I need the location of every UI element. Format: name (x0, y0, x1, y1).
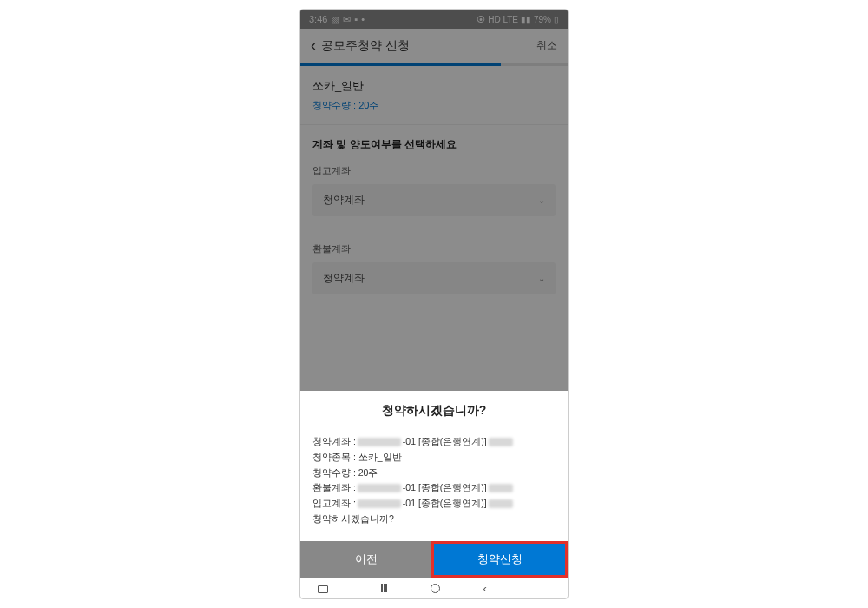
modal-row-deposit: 입고계좌 : -01 [종합(은행연계)] (312, 496, 556, 512)
masked-value (489, 438, 513, 446)
prev-button[interactable]: 이전 (300, 541, 431, 578)
confirm-modal: 청약하시겠습니까? 청약계좌 : -01 [종합(은행연계)] 청약종목 : 쏘… (300, 391, 568, 578)
modal-row-confirm: 청약하시겠습니까? (312, 512, 556, 527)
masked-value (358, 438, 401, 446)
modal-title: 청약하시겠습니까? (300, 391, 568, 427)
recent-apps-icon[interactable] (318, 581, 328, 597)
home-icon[interactable] (431, 581, 440, 597)
modal-body: 청약계좌 : -01 [종합(은행연계)] 청약종목 : 쏘카_일반 청약수량 … (300, 427, 568, 541)
modal-row-account: 청약계좌 : -01 [종합(은행연계)] (312, 434, 556, 450)
submit-button[interactable]: 청약신청 (434, 544, 565, 575)
phone-frame: 3:46 ▧ ✉ ▪ • ⦿ HD LTE ▮▮ 79% ▯ ‹ 공모주청약 신… (299, 9, 569, 599)
modal-row-qty: 청약수량 : 20주 (312, 466, 556, 481)
modal-row-stock: 청약종목 : 쏘카_일반 (312, 450, 556, 466)
system-nav-bar: ‹ (300, 578, 568, 598)
recents-icon[interactable] (381, 582, 387, 595)
masked-value (489, 499, 513, 508)
masked-value (358, 499, 401, 508)
masked-value (489, 484, 513, 492)
masked-value (358, 484, 401, 492)
back-nav-icon[interactable]: ‹ (483, 582, 487, 595)
modal-row-refund: 환불계좌 : -01 [종합(은행연계)] (312, 480, 556, 496)
submit-button-highlight: 청약신청 (431, 541, 568, 578)
modal-buttons: 이전 청약신청 (300, 541, 568, 578)
